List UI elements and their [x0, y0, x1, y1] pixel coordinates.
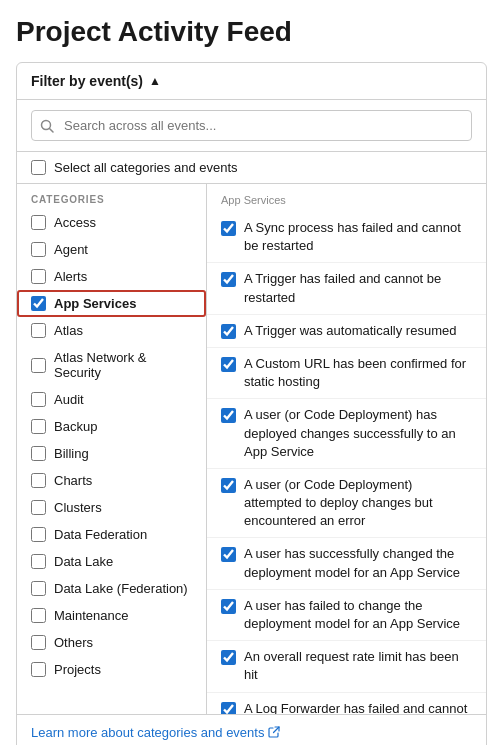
- category-checkbox-alerts[interactable]: [31, 269, 46, 284]
- event-item-e9[interactable]: An overall request rate limit has been h…: [207, 641, 486, 692]
- category-item-data-lake[interactable]: Data Lake: [17, 548, 206, 575]
- event-label-e5: A user (or Code Deployment) has deployed…: [244, 406, 472, 461]
- category-item-backup[interactable]: Backup: [17, 413, 206, 440]
- event-checkbox-e8[interactable]: [221, 599, 236, 614]
- category-checkbox-atlas[interactable]: [31, 323, 46, 338]
- category-label-clusters: Clusters: [54, 500, 102, 515]
- filter-header-label: Filter by event(s): [31, 73, 143, 89]
- category-checkbox-others[interactable]: [31, 635, 46, 650]
- category-label-backup: Backup: [54, 419, 97, 434]
- category-item-others[interactable]: Others: [17, 629, 206, 656]
- category-label-atlas: Atlas: [54, 323, 83, 338]
- event-checkbox-e6[interactable]: [221, 478, 236, 493]
- category-item-app-services[interactable]: App Services: [17, 290, 206, 317]
- event-item-e4[interactable]: A Custom URL has been confirmed for stat…: [207, 348, 486, 399]
- category-checkbox-atlas-network-security[interactable]: [31, 358, 46, 373]
- svg-line-2: [274, 727, 280, 733]
- body-area: CATEGORIES AccessAgentAlertsApp Services…: [17, 184, 486, 714]
- select-all-checkbox[interactable]: [31, 160, 46, 175]
- category-checkbox-agent[interactable]: [31, 242, 46, 257]
- category-item-agent[interactable]: Agent: [17, 236, 206, 263]
- event-checkbox-e4[interactable]: [221, 357, 236, 372]
- event-item-e3[interactable]: A Trigger was automatically resumed: [207, 315, 486, 348]
- events-panel: App Services A Sync process has failed a…: [207, 184, 486, 714]
- category-item-billing[interactable]: Billing: [17, 440, 206, 467]
- select-all-label: Select all categories and events: [54, 160, 238, 175]
- category-label-data-federation: Data Federation: [54, 527, 147, 542]
- event-item-e5[interactable]: A user (or Code Deployment) has deployed…: [207, 399, 486, 469]
- category-checkbox-data-lake-federation[interactable]: [31, 581, 46, 596]
- page-title: Project Activity Feed: [16, 16, 487, 48]
- event-label-e9: An overall request rate limit has been h…: [244, 648, 472, 684]
- event-label-e7: A user has successfully changed the depl…: [244, 545, 472, 581]
- category-item-charts[interactable]: Charts: [17, 467, 206, 494]
- category-checkbox-data-lake[interactable]: [31, 554, 46, 569]
- category-item-projects[interactable]: Projects: [17, 656, 206, 683]
- category-checkbox-access[interactable]: [31, 215, 46, 230]
- event-checkbox-e2[interactable]: [221, 272, 236, 287]
- filter-arrow-icon: ▲: [149, 74, 161, 88]
- events-section-label: App Services: [207, 184, 486, 212]
- event-item-e8[interactable]: A user has failed to change the deployme…: [207, 590, 486, 641]
- select-all-row[interactable]: Select all categories and events: [17, 152, 486, 184]
- category-label-atlas-network-security: Atlas Network & Security: [54, 350, 192, 380]
- category-item-data-lake-federation[interactable]: Data Lake (Federation): [17, 575, 206, 602]
- event-checkbox-e5[interactable]: [221, 408, 236, 423]
- event-checkbox-e7[interactable]: [221, 547, 236, 562]
- category-label-others: Others: [54, 635, 93, 650]
- category-label-agent: Agent: [54, 242, 88, 257]
- event-item-e6[interactable]: A user (or Code Deployment) attempted to…: [207, 469, 486, 539]
- event-item-e10[interactable]: A Log Forwarder has failed and cannot be…: [207, 693, 486, 714]
- search-bar: [17, 100, 486, 152]
- category-label-billing: Billing: [54, 446, 89, 461]
- event-item-e2[interactable]: A Trigger has failed and cannot be resta…: [207, 263, 486, 314]
- event-label-e2: A Trigger has failed and cannot be resta…: [244, 270, 472, 306]
- categories-label: CATEGORIES: [17, 184, 206, 209]
- category-checkbox-app-services[interactable]: [31, 296, 46, 311]
- external-link-icon: [268, 726, 280, 740]
- event-label-e10: A Log Forwarder has failed and cannot be…: [244, 700, 472, 714]
- categories-panel: CATEGORIES AccessAgentAlertsApp Services…: [17, 184, 207, 714]
- category-label-data-lake: Data Lake: [54, 554, 113, 569]
- category-checkbox-backup[interactable]: [31, 419, 46, 434]
- filter-header[interactable]: Filter by event(s) ▲: [17, 63, 486, 100]
- category-checkbox-charts[interactable]: [31, 473, 46, 488]
- category-label-access: Access: [54, 215, 96, 230]
- category-checkbox-clusters[interactable]: [31, 500, 46, 515]
- category-label-maintenance: Maintenance: [54, 608, 128, 623]
- category-checkbox-maintenance[interactable]: [31, 608, 46, 623]
- category-item-atlas-network-security[interactable]: Atlas Network & Security: [17, 344, 206, 386]
- category-checkbox-projects[interactable]: [31, 662, 46, 677]
- category-label-projects: Projects: [54, 662, 101, 677]
- event-item-e1[interactable]: A Sync process has failed and cannot be …: [207, 212, 486, 263]
- category-item-access[interactable]: Access: [17, 209, 206, 236]
- event-label-e1: A Sync process has failed and cannot be …: [244, 219, 472, 255]
- category-item-alerts[interactable]: Alerts: [17, 263, 206, 290]
- event-label-e8: A user has failed to change the deployme…: [244, 597, 472, 633]
- footer: Learn more about categories and events: [17, 714, 486, 745]
- category-checkbox-audit[interactable]: [31, 392, 46, 407]
- category-item-maintenance[interactable]: Maintenance: [17, 602, 206, 629]
- categories-list: AccessAgentAlertsApp ServicesAtlasAtlas …: [17, 209, 206, 683]
- event-label-e3: A Trigger was automatically resumed: [244, 322, 456, 340]
- learn-more-link[interactable]: Learn more about categories and events: [31, 725, 280, 740]
- event-checkbox-e10[interactable]: [221, 702, 236, 714]
- category-label-alerts: Alerts: [54, 269, 87, 284]
- category-label-audit: Audit: [54, 392, 84, 407]
- category-label-data-lake-federation: Data Lake (Federation): [54, 581, 188, 596]
- event-checkbox-e9[interactable]: [221, 650, 236, 665]
- category-label-charts: Charts: [54, 473, 92, 488]
- category-checkbox-billing[interactable]: [31, 446, 46, 461]
- event-item-e7[interactable]: A user has successfully changed the depl…: [207, 538, 486, 589]
- category-checkbox-data-federation[interactable]: [31, 527, 46, 542]
- category-item-atlas[interactable]: Atlas: [17, 317, 206, 344]
- event-label-e6: A user (or Code Deployment) attempted to…: [244, 476, 472, 531]
- event-checkbox-e1[interactable]: [221, 221, 236, 236]
- category-item-data-federation[interactable]: Data Federation: [17, 521, 206, 548]
- event-checkbox-e3[interactable]: [221, 324, 236, 339]
- category-label-app-services: App Services: [54, 296, 136, 311]
- search-input[interactable]: [31, 110, 472, 141]
- category-item-audit[interactable]: Audit: [17, 386, 206, 413]
- events-list: A Sync process has failed and cannot be …: [207, 212, 486, 714]
- category-item-clusters[interactable]: Clusters: [17, 494, 206, 521]
